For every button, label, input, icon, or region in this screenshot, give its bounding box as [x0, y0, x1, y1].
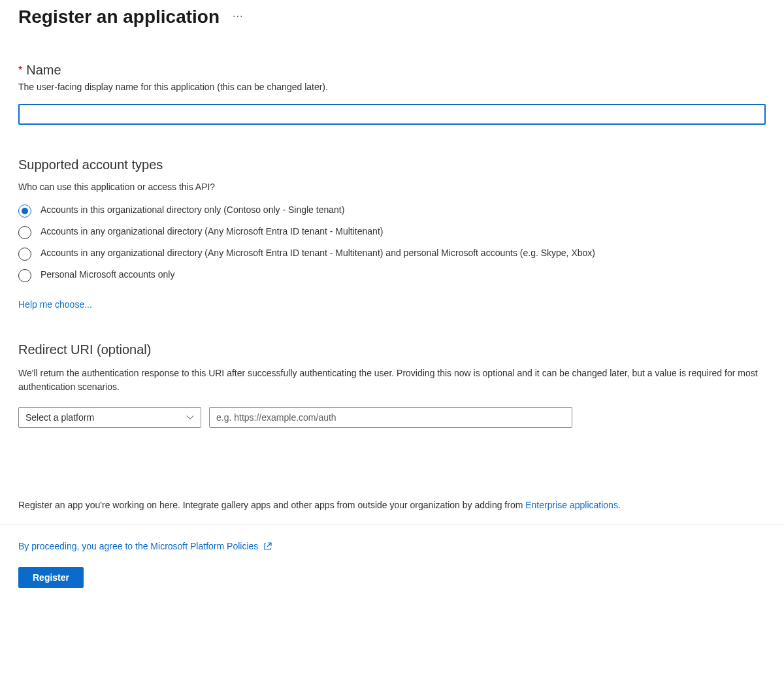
- register-button[interactable]: Register: [18, 567, 84, 588]
- chevron-down-icon: [186, 414, 194, 421]
- help-me-choose-link[interactable]: Help me choose...: [18, 299, 92, 310]
- name-label-row: * Name: [18, 63, 766, 78]
- radio-icon: [18, 269, 31, 282]
- redirect-uri-heading: Redirect URI (optional): [18, 342, 766, 357]
- enterprise-applications-link[interactable]: Enterprise applications: [525, 500, 618, 510]
- radio-label: Accounts in any organizational directory…: [41, 225, 383, 238]
- divider: [0, 525, 784, 525]
- redirect-uri-input[interactable]: [209, 407, 572, 428]
- name-field-help: The user-facing display name for this ap…: [18, 82, 766, 92]
- account-type-option-single-tenant[interactable]: Accounts in this organizational director…: [18, 204, 766, 218]
- redirect-uri-description: We'll return the authentication response…: [18, 366, 763, 394]
- platform-policies-link[interactable]: By proceeding, you agree to the Microsof…: [18, 541, 258, 551]
- radio-label: Accounts in any organizational directory…: [41, 247, 595, 260]
- account-type-option-multitenant-personal[interactable]: Accounts in any organizational directory…: [18, 247, 766, 261]
- account-type-option-personal-only[interactable]: Personal Microsoft accounts only: [18, 268, 766, 282]
- radio-icon: [18, 248, 31, 261]
- more-actions-icon[interactable]: ···: [233, 10, 243, 26]
- footer-note: Register an app you're working on here. …: [18, 500, 766, 510]
- account-type-option-multitenant[interactable]: Accounts in any organizational directory…: [18, 225, 766, 239]
- radio-icon: [18, 204, 31, 218]
- account-types-question: Who can use this application or access t…: [18, 182, 766, 192]
- page-title: Register an application: [18, 7, 220, 27]
- required-star-icon: *: [18, 65, 22, 76]
- name-field-label: Name: [26, 63, 61, 78]
- name-input[interactable]: [18, 104, 766, 125]
- radio-label: Accounts in this organizational director…: [41, 204, 344, 217]
- platform-select-value: Select a platform: [25, 412, 94, 423]
- footer-note-prefix: Register an app you're working on here. …: [18, 500, 525, 510]
- platform-select[interactable]: Select a platform: [18, 407, 201, 428]
- footer-note-suffix: .: [618, 500, 621, 510]
- account-types-heading: Supported account types: [18, 157, 766, 172]
- radio-icon: [18, 226, 31, 239]
- external-link-icon: [263, 542, 272, 551]
- radio-label: Personal Microsoft accounts only: [41, 268, 174, 282]
